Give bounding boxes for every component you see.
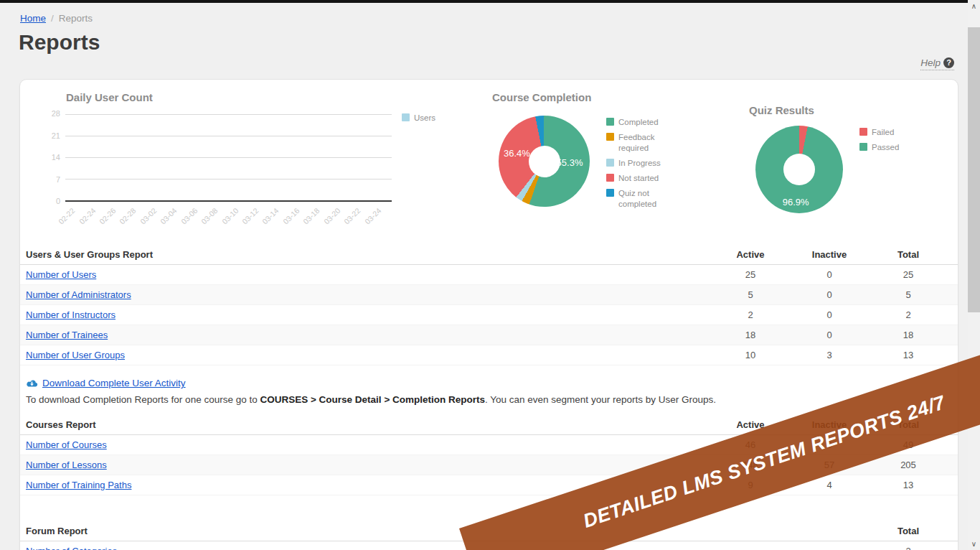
x-tick-label: 03-14 bbox=[260, 206, 280, 225]
value-cell: 13 bbox=[869, 475, 948, 495]
charts-area: Daily User Count 07142128 02-2202-2402-2… bbox=[20, 80, 958, 245]
legend-color-swatch bbox=[606, 174, 614, 182]
breadcrumb-home-link[interactable]: Home bbox=[20, 13, 46, 24]
spacer bbox=[948, 245, 958, 265]
chart-legend: CompletedFeedback requiredIn ProgressNot… bbox=[606, 117, 669, 214]
x-tick-label: 03-18 bbox=[301, 206, 321, 225]
x-tick-label: 03-16 bbox=[281, 206, 301, 225]
value-cell: 3 bbox=[869, 541, 948, 550]
x-tick-label: 03-10 bbox=[220, 206, 240, 225]
row-label-cell: Number of Trainees bbox=[20, 325, 711, 345]
value-cell: 2 bbox=[869, 305, 948, 325]
value-cell: 3 bbox=[790, 345, 869, 365]
scrollbar-up-icon[interactable]: ∧ bbox=[968, 0, 980, 12]
spacer bbox=[948, 325, 958, 345]
legend-item: Users bbox=[402, 113, 435, 123]
report-link[interactable]: Number of Trainees bbox=[26, 330, 108, 340]
legend-item: In Progress bbox=[606, 158, 669, 169]
x-tick-label: 03-02 bbox=[138, 206, 158, 225]
cloud-download-icon bbox=[26, 378, 38, 388]
breadcrumb-current: Reports bbox=[59, 13, 93, 24]
legend-label: Not started bbox=[618, 173, 659, 184]
row-label-cell: Number of Administrators bbox=[20, 285, 711, 305]
row-label-cell: Number of Courses bbox=[20, 434, 711, 455]
spacer bbox=[948, 265, 958, 285]
scrollbar-thumb[interactable] bbox=[968, 27, 980, 312]
legend-color-swatch bbox=[859, 128, 867, 136]
x-tick-label: 03-24 bbox=[363, 206, 382, 225]
value-cell: 2 bbox=[711, 305, 790, 325]
section-title: Courses Report bbox=[20, 415, 711, 435]
help-question-icon: ? bbox=[943, 57, 954, 68]
table-row: Number of User Groups10313 bbox=[20, 345, 958, 365]
chart-legend: FailedPassed bbox=[859, 127, 923, 213]
column-header: Inactive bbox=[790, 245, 869, 265]
value-cell: 5 bbox=[869, 285, 948, 305]
report-link[interactable]: Number of Training Paths bbox=[26, 480, 131, 490]
table-row: Number of Trainees18018 bbox=[20, 325, 958, 345]
value-cell: 18 bbox=[711, 325, 790, 345]
legend-color-swatch bbox=[606, 189, 614, 197]
report-link[interactable]: Number of User Groups bbox=[26, 350, 125, 360]
donut-percent-label: 36.4% bbox=[504, 148, 530, 159]
legend-label: Feedback required bbox=[618, 132, 669, 154]
legend-color-swatch bbox=[859, 143, 867, 151]
y-tick-label: 14 bbox=[52, 153, 60, 162]
spacer bbox=[948, 541, 958, 550]
row-label-cell: Number of Instructors bbox=[20, 305, 711, 325]
breadcrumb-separator: / bbox=[51, 13, 54, 24]
row-label-cell: Number of User Groups bbox=[20, 345, 711, 365]
report-link[interactable]: Number of Lessons bbox=[26, 460, 107, 470]
help-link[interactable]: Help ? bbox=[920, 57, 954, 70]
legend-item: Failed bbox=[859, 127, 923, 138]
report-link[interactable]: Number of Categories bbox=[26, 546, 117, 550]
row-label-cell: Number of Categories bbox=[20, 541, 869, 550]
value-cell: 0 bbox=[790, 285, 869, 305]
report-link[interactable]: Number of Courses bbox=[26, 439, 107, 450]
row-label-cell: Number of Lessons bbox=[20, 455, 711, 475]
x-tick-label: 02-26 bbox=[98, 206, 117, 225]
legend-label: Completed bbox=[618, 117, 659, 128]
y-axis-labels: 07142128 bbox=[46, 114, 65, 202]
legend-label: Failed bbox=[872, 127, 894, 138]
daily-user-count-chart: Daily User Count 07142128 02-2202-2402-2… bbox=[46, 91, 392, 228]
course-completion-chart: Course Completion 36.4%55.3% CompletedFe… bbox=[492, 91, 669, 214]
section-title: Forum Report bbox=[20, 521, 869, 541]
download-link-label: Download Complete User Activity bbox=[42, 378, 186, 388]
bars bbox=[65, 114, 392, 200]
download-complete-user-activity-link[interactable]: Download Complete User Activity bbox=[26, 378, 186, 388]
value-cell: 25 bbox=[711, 265, 790, 285]
spacer bbox=[948, 455, 958, 475]
x-tick-label: 02-22 bbox=[57, 206, 76, 225]
y-tick-label: 21 bbox=[52, 131, 60, 140]
x-axis-labels: 02-2202-2402-2602-2803-0203-0403-0603-08… bbox=[65, 202, 392, 228]
chart-title: Quiz Results bbox=[749, 104, 923, 117]
note-text: . You can even segment your reports by U… bbox=[485, 394, 716, 405]
report-link[interactable]: Number of Instructors bbox=[26, 309, 116, 320]
spacer bbox=[948, 305, 958, 325]
value-cell: 0 bbox=[790, 305, 869, 325]
report-link[interactable]: Number of Users bbox=[26, 269, 96, 280]
report-link[interactable]: Number of Administrators bbox=[26, 289, 131, 300]
y-tick-label: 0 bbox=[56, 197, 60, 205]
x-tick-label: 03-22 bbox=[342, 206, 362, 225]
section-title: Users & User Groups Report bbox=[20, 245, 711, 265]
legend-item: Feedback required bbox=[606, 132, 669, 154]
value-cell: 10 bbox=[711, 345, 790, 365]
reports-card: Daily User Count 07142128 02-2202-2402-2… bbox=[19, 79, 958, 550]
download-block: Download Complete User Activity bbox=[26, 378, 958, 391]
spacer bbox=[948, 434, 958, 455]
spacer bbox=[948, 475, 958, 495]
x-tick-label: 03-20 bbox=[322, 206, 341, 225]
completion-reports-note: To download Completion Reports for one c… bbox=[26, 394, 958, 405]
vertical-scrollbar[interactable]: ∧ ∨ bbox=[968, 0, 980, 550]
scrollbar-down-icon[interactable]: ∨ bbox=[968, 538, 980, 550]
value-cell: 18 bbox=[869, 325, 948, 345]
quiz-results-chart: Quiz Results 96.9% FailedPassed bbox=[749, 104, 923, 213]
legend-item: Passed bbox=[859, 142, 923, 153]
value-cell: 0 bbox=[790, 325, 869, 345]
legend-item: Not started bbox=[606, 173, 669, 184]
chart-title: Daily User Count bbox=[66, 91, 392, 104]
value-cell: 13 bbox=[869, 345, 948, 365]
legend-color-swatch bbox=[606, 133, 614, 141]
